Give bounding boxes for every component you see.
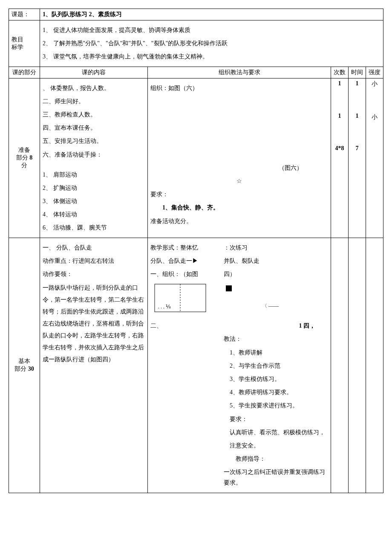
- head-method: 组织教法与要求: [148, 67, 331, 78]
- basic-part-label: 基本部分 30: [9, 238, 40, 493]
- prep-method-cell: 组织：如图（六） （图六） ☆ 要求： 1、集合快、静、齐。 准备活动充分。: [148, 78, 331, 238]
- require-label: 要求：: [224, 414, 328, 424]
- head-content: 课的内容: [40, 67, 148, 78]
- prep-content-line: 五、安排见习生活动。: [43, 136, 145, 146]
- prep-time-cell: 1 1 7: [349, 78, 366, 238]
- prep-require-line: 1、集合快、静、齐。: [150, 202, 328, 213]
- basic-method-cell-right: ：次练习 并队、裂队走 四） 〈 —— 1 四， 教法： 1、教师讲解 2、与学…: [221, 238, 331, 493]
- prep-figure-label: （图六）: [150, 163, 328, 173]
- split-right: 并队、裂队走: [224, 256, 328, 266]
- topic-value-cell: 1、队列队形练习 2、素质练习: [40, 9, 383, 20]
- head-count: 次数: [331, 67, 349, 78]
- teach-form: 教学形式：整体忆: [150, 242, 219, 253]
- goals-row: 教目标学 1、 促进人体功能全面发展，提高灵敏、协调等身体素质 2、 了解并熟悉…: [9, 20, 383, 67]
- teach-item: 4、教师讲明练习要求。: [224, 387, 328, 398]
- prep-count-cell: 1 1 4*8: [331, 78, 349, 238]
- prep-content-line: 三、教师检查人数。: [43, 109, 145, 120]
- prep-part-text: 准备部分 8分: [12, 146, 37, 169]
- topic-label: 课题：: [9, 9, 40, 20]
- svg-text:. . . ⅟₈: . . . ⅟₈: [158, 304, 171, 310]
- prep-count: 1: [334, 80, 346, 87]
- svg-text:〈 ——: 〈 ——: [262, 303, 279, 309]
- basic-essentials-label: 动作要领：: [43, 269, 145, 279]
- teach-item: 5、学生按要求进行练习。: [224, 400, 328, 411]
- head-part: 课的部分: [9, 67, 40, 78]
- basic-method-cell-left: 教学形式：整体忆 分队、合队走一▶ 一、组织：（如图 . . . ⅟₈ 二、: [148, 238, 222, 493]
- goal-item: 2、 了解并熟悉"分队"、"合队"和"并队"、"裂队"的队形变化和操作活跃: [43, 38, 380, 49]
- basic-count-cell: [331, 238, 349, 493]
- basic-part-text: 基本部分 30: [12, 357, 37, 373]
- prep-exercise: 4、 体转运动: [43, 209, 145, 220]
- goals-label-cell: 教目标学: [9, 20, 40, 67]
- formation-diagram-right: 〈 ——: [224, 282, 328, 318]
- basic-row: 基本部分 30 一、 分队、合队走 动作重点：行进间左右转法 动作要领： 一路纵…: [9, 238, 383, 493]
- topic-label-text: 课题：: [12, 11, 29, 17]
- guide-label: 教师指导：: [224, 453, 328, 464]
- prep-intensity: 小: [369, 80, 380, 88]
- prep-require-end: 准备活动充分。: [150, 216, 328, 227]
- prep-part-label: 准备部分 8分: [9, 78, 40, 238]
- topic-row: 课题： 1、队列队形练习 2、素质练习: [9, 9, 383, 20]
- prep-row: 准备部分 8分 、 体委整队，报告人数。 二、师生问好。 三、教师检查人数。 四…: [9, 78, 383, 238]
- teach-num: 二、: [150, 320, 219, 331]
- prep-time: 1: [351, 113, 363, 119]
- teach-item: 3、学生模仿练习。: [224, 374, 328, 384]
- svg-rect-3: [226, 285, 232, 291]
- org-right: 四）: [224, 269, 328, 279]
- lesson-plan-table: 课题： 1、队列队形练习 2、素质练习 教目标学 1、 促进人体功能全面发展，提…: [9, 9, 383, 493]
- prep-time: 7: [351, 145, 363, 152]
- fig-end: 1 四，: [224, 320, 328, 331]
- goal-item: 3、 课堂气氛，培养学生健康向上，朝气蓬勃的集体主义精神。: [43, 51, 380, 62]
- prep-content-line: 二、师生问好。: [43, 96, 145, 107]
- prep-org-label: 组织：如图（六）: [150, 83, 328, 93]
- goals-label: 教目标学: [12, 36, 37, 51]
- table-header-row: 课的部分 课的内容 组织教法与要求 次数 时间 强度: [9, 67, 383, 78]
- diagram-svg: . . . ⅟₈: [150, 282, 210, 316]
- basic-content-cell: 一、 分队、合队走 动作重点：行进间左右转法 动作要领： 一路纵队中场行起，听到…: [40, 238, 148, 493]
- basic-key: 动作重点：行进间左右转法: [43, 256, 145, 266]
- prep-content-line: 六、准备活动徒手操：: [43, 149, 145, 160]
- teach-item: 1、教师讲解: [224, 347, 328, 358]
- prep-exercise: 3、 体侧运动: [43, 196, 145, 206]
- require-line: 注意安全。: [224, 440, 328, 451]
- prep-exercise: 1、 肩部运动: [43, 169, 145, 180]
- prep-count: 4*8: [334, 145, 346, 152]
- guide-line: 一次练习之后纠正错误并重复强调练习要求。: [224, 467, 328, 488]
- prep-content-line: 、 体委整队，报告人数。: [43, 83, 145, 93]
- head-time: 时间: [349, 67, 366, 78]
- diagram-svg-right: 〈 ——: [224, 282, 288, 316]
- prep-content-cell: 、 体委整队，报告人数。 二、师生问好。 三、教师检查人数。 四、宣布本课任务。…: [40, 78, 148, 238]
- prep-count: 1: [334, 113, 346, 119]
- prep-intensity: 小: [369, 113, 380, 121]
- basic-title: 一、 分队、合队走: [43, 242, 145, 253]
- prep-content-line: 四、宣布本课任务。: [43, 122, 145, 133]
- prep-time: 1: [351, 80, 363, 87]
- formation-diagram: . . . ⅟₈: [150, 282, 219, 318]
- teach-item: 2、与学生合作示范: [224, 360, 328, 371]
- head-intensity: 强度: [366, 67, 383, 78]
- basic-paragraph: 一路纵队中场行起，听到分队走的口令，第一名学生左转弯，第二名学生右转弯；后面的学…: [43, 282, 145, 366]
- star-icon: ☆: [150, 176, 328, 186]
- prep-intensity-cell: 小 小: [366, 78, 383, 238]
- teach-label2: 教法：: [224, 334, 328, 344]
- org-line: 一、组织：（如图: [150, 269, 219, 279]
- prep-exercise: 2、 扩胸运动: [43, 183, 145, 193]
- goal-item: 1、 促进人体功能全面发展，提高灵敏、协调等身体素质: [43, 25, 380, 35]
- basic-intensity-cell: [366, 238, 383, 493]
- prep-require-label: 要求：: [150, 189, 328, 200]
- goals-cell: 1、 促进人体功能全面发展，提高灵敏、协调等身体素质 2、 了解并熟悉"分队"、…: [40, 20, 383, 67]
- topic-value: 1、队列队形练习 2、素质练习: [43, 11, 122, 17]
- split-line: 分队、合队走一▶: [150, 256, 219, 266]
- require-line: 认真听讲、看示范、积极模仿练习，: [224, 427, 328, 438]
- prep-exercise: 6、 活动膝、踝、腕关节: [43, 222, 145, 233]
- form-right-a: ：次练习: [224, 242, 328, 253]
- basic-time-cell: [349, 238, 366, 493]
- lesson-plan-page: 课题： 1、队列队形练习 2、素质练习 教目标学 1、 促进人体功能全面发展，提…: [9, 9, 383, 493]
